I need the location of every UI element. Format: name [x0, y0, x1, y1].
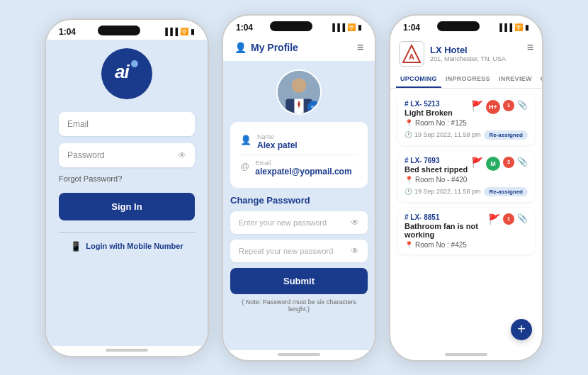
home-indicator-2: [278, 353, 320, 356]
task-title-3: Bathroom fan is not working: [405, 222, 488, 239]
task-id-1: # LX- 5213: [405, 100, 471, 108]
name-field: 👤 Name Alex patel: [240, 129, 358, 155]
tab-inprogress[interactable]: INPROGRESS: [441, 71, 494, 88]
phone3-tasks: 1:04 ▐▐▐ 🛜 ▮ A LX Hotel 201, Manchester,…: [389, 14, 543, 362]
pin-icon-3: 📍: [405, 241, 413, 249]
app-logo: ai: [101, 48, 152, 99]
menu-icon-3[interactable]: ≡: [527, 41, 533, 54]
task-bottom-2: 🕐 19 Sep 2022, 11.58 pm Re-assigned: [405, 187, 528, 196]
signal-icon: ▐▐▐: [163, 28, 178, 35]
tabs-row: UPCOMING INPROGRESS INREVIEW COMPLETED: [390, 71, 542, 89]
new-pw-placeholder: Enter your new password: [239, 218, 327, 227]
eye-icon-new[interactable]: 👁: [351, 218, 359, 228]
task-time-2: 🕐 19 Sep 2022, 11.58 pm: [405, 188, 481, 195]
pw-note: ( Note: Password must be six characters …: [230, 298, 368, 313]
signin-button[interactable]: Sign In: [59, 193, 195, 220]
home-indicator-3: [445, 353, 487, 356]
edit-avatar-badge[interactable]: ✏: [307, 101, 320, 113]
tab-inreview[interactable]: INREVIEW: [494, 71, 536, 88]
wifi-icon: 🛜: [180, 28, 188, 35]
flag-icon-3: 🚩: [488, 213, 500, 225]
email-icon: @: [240, 161, 249, 172]
tab-completed[interactable]: COMPLETED: [536, 71, 543, 88]
task-right-2: 🚩 M 3 📎: [471, 157, 528, 171]
profile-info-card: 👤 Name Alex patel @ Email alexpatel@yopm…: [230, 122, 368, 188]
wifi-icon-3: 🛜: [514, 23, 523, 31]
status-bar-2: 1:04 ▐▐▐ 🛜 ▮: [223, 16, 375, 35]
hotel-name: LX Hotel: [430, 45, 506, 55]
paperclip-icon-3: 📎: [517, 213, 528, 223]
status-icons-3: ▐▐▐ 🛜 ▮: [497, 23, 529, 31]
dynamic-island-2: [270, 21, 312, 31]
task-card-3: # LX- 8851 Bathroom fan is not working 📍…: [397, 208, 535, 254]
svg-point-4: [292, 78, 307, 93]
name-content: Name Alex patel: [257, 133, 298, 150]
repeat-password-input[interactable]: Repeat your new password 👁: [230, 240, 368, 262]
email-value: alexpatel@yopmail.com: [255, 167, 351, 177]
task-title-1: Light Broken: [405, 108, 471, 117]
dynamic-island-3: [437, 21, 480, 31]
email-content: Email alexpatel@yopmail.com: [255, 159, 351, 177]
forgot-password-link[interactable]: Forgot Password?: [59, 174, 122, 183]
task-top-3: # LX- 8851 Bathroom fan is not working 📍…: [405, 213, 528, 249]
task-title-2: Bed sheet ripped: [405, 165, 471, 174]
signal-icon-3: ▐▐▐: [497, 23, 512, 31]
hotel-logo: A: [399, 41, 424, 67]
divider: [59, 232, 195, 233]
battery-icon: ▮: [191, 28, 195, 35]
time-3: 1:04: [403, 23, 420, 33]
repeat-pw-placeholder: Repeat your new password: [239, 247, 333, 255]
profile-body: ✏ 👤 Name Alex patel @ Email alexpatel@yo…: [223, 61, 375, 350]
status-bar-1: 1:04 ▐▐▐ 🛜 ▮: [46, 20, 208, 40]
status-icons-1: ▐▐▐ 🛜 ▮: [163, 28, 195, 35]
mobile-login-link[interactable]: 📱 Login with Mobile Number: [70, 241, 183, 252]
status-badge-1: Re-assigned: [484, 130, 528, 140]
menu-icon[interactable]: ≡: [357, 41, 363, 54]
fab-add-button[interactable]: +: [511, 319, 532, 340]
person-icon: 👤: [240, 135, 251, 145]
task-card-1: # LX- 5213 Light Broken 📍 Room No : #125…: [397, 94, 535, 145]
time-2: 1:04: [236, 23, 253, 33]
wifi-icon-2: 🛜: [347, 23, 356, 31]
battery-icon-2: ▮: [358, 23, 362, 31]
email-placeholder: Email: [67, 119, 89, 129]
password-input[interactable]: Password 👁: [59, 143, 195, 167]
task-right-1: 🚩 H+ 1 📎: [471, 100, 528, 114]
change-password-section: Change Password Enter your new password …: [223, 188, 375, 313]
clock-icon-2: 🕐: [405, 188, 412, 195]
avatar-area: ✏: [223, 61, 375, 122]
battery-icon-3: ▮: [525, 23, 529, 31]
flag-icon-1: 🚩: [471, 100, 483, 111]
task-left-1: # LX- 5213 Light Broken 📍 Room No : #125: [405, 100, 471, 127]
assignee-badge-2: M: [486, 157, 500, 171]
hotel-addr: 201, Manchester, TN, USA: [430, 55, 506, 62]
hotel-logo-area: A LX Hotel 201, Manchester, TN, USA: [399, 41, 506, 67]
dynamic-island-1: [98, 26, 140, 35]
email-input[interactable]: Email: [59, 112, 195, 136]
pin-icon-2: 📍: [405, 176, 413, 184]
task-card-2: # LX- 7693 Bed sheet ripped 📍 Room No - …: [397, 151, 535, 202]
new-password-input[interactable]: Enter your new password 👁: [230, 211, 368, 234]
flag-icon-2: 🚩: [471, 157, 483, 168]
status-badge-2: Re-assigned: [484, 187, 528, 196]
task-bottom-1: 🕐 19 Sep 2022, 11.58 pm Re-assigned: [405, 130, 528, 140]
eye-icon-repeat[interactable]: 👁: [351, 246, 359, 256]
status-bar-3: 1:04 ▐▐▐ 🛜 ▮: [390, 16, 542, 35]
task-left-3: # LX- 8851 Bathroom fan is not working 📍…: [405, 213, 488, 249]
avatar: ✏: [276, 69, 322, 115]
count-badge-3: 1: [503, 213, 514, 225]
submit-button[interactable]: Submit: [230, 268, 368, 294]
task-room-3: 📍 Room No : #425: [405, 241, 488, 249]
email-label: Email: [255, 159, 351, 167]
svg-text:A: A: [409, 52, 414, 61]
eye-icon[interactable]: 👁: [178, 150, 186, 160]
tab-upcoming[interactable]: UPCOMING: [396, 71, 441, 88]
task-top-2: # LX- 7693 Bed sheet ripped 📍 Room No - …: [405, 157, 528, 184]
profile-title-label: My Profile: [251, 42, 298, 53]
signal-icon-2: ▐▐▐: [330, 23, 345, 31]
clock-icon-1: 🕐: [405, 131, 412, 138]
tasks-list: # LX- 5213 Light Broken 📍 Room No : #125…: [390, 89, 542, 350]
svg-point-2: [131, 60, 138, 67]
svg-text:ai: ai: [115, 61, 130, 82]
hotel-info: LX Hotel 201, Manchester, TN, USA: [430, 45, 506, 62]
